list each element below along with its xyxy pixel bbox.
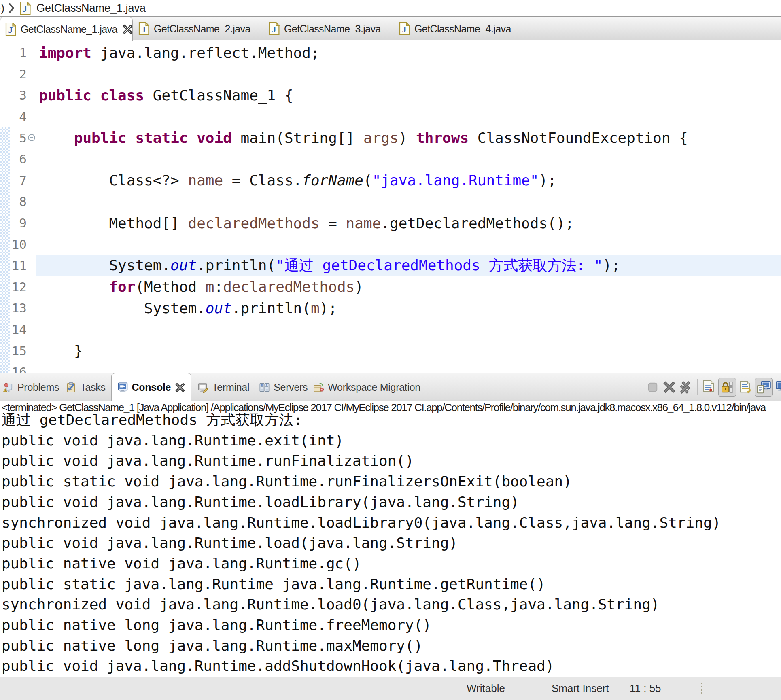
svg-text:J: J [141, 24, 146, 34]
console-tab-bar: ProblemsTasksConsoleTerminalServersWorks… [0, 373, 781, 401]
code-line-14[interactable]: 14 [0, 319, 781, 340]
workspace-migration-icon [313, 382, 324, 393]
console-line: public native long java.lang.Runtime.max… [2, 636, 781, 656]
close-icon[interactable] [122, 24, 133, 35]
servers-icon [259, 382, 270, 393]
status-separator [460, 679, 460, 698]
editor-tab-GetClassName_3.java[interactable]: JGetClassName_3.java [264, 17, 394, 41]
view-tab-label: Terminal [212, 382, 249, 393]
code-editor[interactable]: 1import java.lang.reflect.Method;23publi… [0, 41, 781, 373]
breadcrumb-file-name[interactable]: GetClassName_1.java [36, 2, 146, 15]
status-separator [624, 679, 624, 698]
code-line-12[interactable]: 12 for(Method m:declaredMethods) [0, 276, 781, 298]
code-line-13[interactable]: 13 System.out.println(m); [0, 297, 781, 319]
status-item-writable: Writable [467, 677, 505, 700]
console-line: public void java.lang.Runtime.loadLibrar… [2, 492, 781, 513]
line-number: 4 [0, 109, 27, 124]
view-tab-label: Problems [17, 382, 59, 393]
console-line: public void java.lang.Runtime.runFinaliz… [2, 451, 781, 471]
view-tab-console[interactable]: Console [111, 373, 192, 402]
code-line-15[interactable]: 15 } [0, 340, 781, 361]
remove-all-launches-icon[interactable] [679, 380, 693, 395]
display-selected-console-icon[interactable] [775, 380, 781, 395]
view-tab-workspace-migration[interactable]: Workspace Migration [308, 373, 425, 401]
chevron-right-icon [8, 3, 15, 13]
code-area[interactable]: 1import java.lang.reflect.Method;23publi… [0, 42, 781, 373]
line-number: 12 [0, 280, 27, 294]
console-line: public static void java.lang.Runtime.run… [2, 471, 781, 492]
toolbar-separator [697, 379, 698, 395]
view-tab-servers[interactable]: Servers [254, 373, 312, 401]
console-line: synchronized void java.lang.Runtime.load… [2, 594, 781, 615]
svg-text:J: J [402, 24, 406, 34]
breadcrumb-package-suffix: e) [0, 2, 4, 15]
line-number: 14 [0, 322, 27, 337]
console-line: public static java.lang.Runtime java.lan… [2, 574, 781, 595]
java-file-icon: J [20, 2, 31, 15]
console-line: public void java.lang.Runtime.addShutdow… [2, 656, 781, 677]
code-line-11[interactable]: 11 System.out.println("通过 getDeclaredMet… [0, 255, 781, 276]
console-line: public native long java.lang.Runtime.fre… [2, 615, 781, 636]
view-tab-problems[interactable]: Problems [0, 373, 64, 401]
tab-label: GetClassName_2.java [154, 23, 250, 35]
clear-console-icon[interactable] [702, 380, 716, 395]
resize-handle[interactable] [701, 683, 702, 694]
close-icon[interactable] [175, 382, 185, 393]
view-tab-label: Console [132, 382, 171, 393]
view-tab-label: Tasks [80, 382, 105, 393]
fold-collapse-icon[interactable] [28, 134, 35, 141]
code-line-1[interactable]: 1import java.lang.reflect.Method; [0, 42, 781, 64]
code-line-8[interactable]: 8 [0, 191, 781, 212]
java-file-icon: J [138, 22, 149, 35]
code-line-7[interactable]: 7 Class<?> name = Class.forName("java.la… [0, 170, 781, 191]
code-line-6[interactable]: 6 [0, 148, 781, 170]
code-line-10[interactable]: 10 [0, 233, 781, 255]
line-number: 13 [0, 301, 27, 315]
pin-console-icon[interactable] [755, 378, 773, 397]
java-file-icon: J [269, 22, 280, 35]
line-number: 15 [0, 344, 27, 358]
console-line: public native void java.lang.Runtime.gc(… [2, 554, 781, 574]
console-line: 通过 getDeclaredMethods 方式获取方法: [2, 410, 781, 431]
view-tab-tasks[interactable]: Tasks [61, 373, 110, 401]
console-icon [117, 382, 128, 393]
view-tab-label: Workspace Migration [328, 382, 420, 393]
tab-label: GetClassName_1.java [21, 23, 117, 35]
line-number: 11 [0, 258, 27, 273]
line-number: 8 [0, 194, 27, 209]
status-item-11-55: 11 : 55 [630, 677, 661, 700]
status-bar: WritableSmart Insert11 : 55 [0, 677, 781, 700]
console-view[interactable]: <terminated> GetClassName_1 [Java Applic… [0, 401, 781, 677]
line-number: 7 [0, 173, 27, 188]
code-line-2[interactable]: 2 [0, 64, 781, 85]
line-number: 9 [0, 216, 27, 230]
line-number: 5 [0, 131, 27, 145]
code-line-5[interactable]: 5 public static void main(String[] args)… [0, 127, 781, 148]
code-line-9[interactable]: 9 Method[] declaredMethods = name.getDec… [0, 212, 781, 234]
tasks-icon [66, 382, 76, 393]
word-wrap-icon[interactable] [738, 380, 753, 395]
editor-tab-GetClassName_4.java[interactable]: JGetClassName_4.java [394, 17, 524, 41]
code-line-4[interactable]: 4 [0, 106, 781, 127]
terminal-icon [197, 382, 208, 393]
tab-label: GetClassName_4.java [414, 23, 511, 35]
code-line-16[interactable]: 16 [0, 361, 781, 373]
editor-tab-bar: JGetClassName_1.javaJGetClassName_2.java… [0, 16, 781, 40]
console-output: 通过 getDeclaredMethods 方式获取方法: public voi… [2, 410, 781, 677]
remove-launch-icon[interactable] [662, 380, 677, 395]
line-number: 3 [0, 88, 27, 102]
scroll-lock-icon[interactable] [718, 378, 736, 397]
line-number: 6 [0, 152, 27, 166]
terminate-icon[interactable] [645, 380, 660, 395]
line-number: 2 [0, 67, 27, 81]
editor-tab-GetClassName_1.java[interactable]: JGetClassName_1.java [0, 17, 133, 41]
editor-tab-GetClassName_2.java[interactable]: JGetClassName_2.java [134, 17, 264, 41]
console-line: public void java.lang.Runtime.load(java.… [2, 533, 781, 554]
tab-label: GetClassName_3.java [284, 23, 381, 35]
code-line-3[interactable]: 3public class GetClassName_1 { [0, 85, 781, 106]
breadcrumb: e) J GetClassName_1.java [0, 0, 781, 16]
view-tab-terminal[interactable]: Terminal [193, 373, 254, 401]
problems-icon [3, 382, 14, 393]
console-line: public void java.lang.Runtime.exit(int) [2, 431, 781, 451]
svg-text:J: J [23, 4, 27, 14]
